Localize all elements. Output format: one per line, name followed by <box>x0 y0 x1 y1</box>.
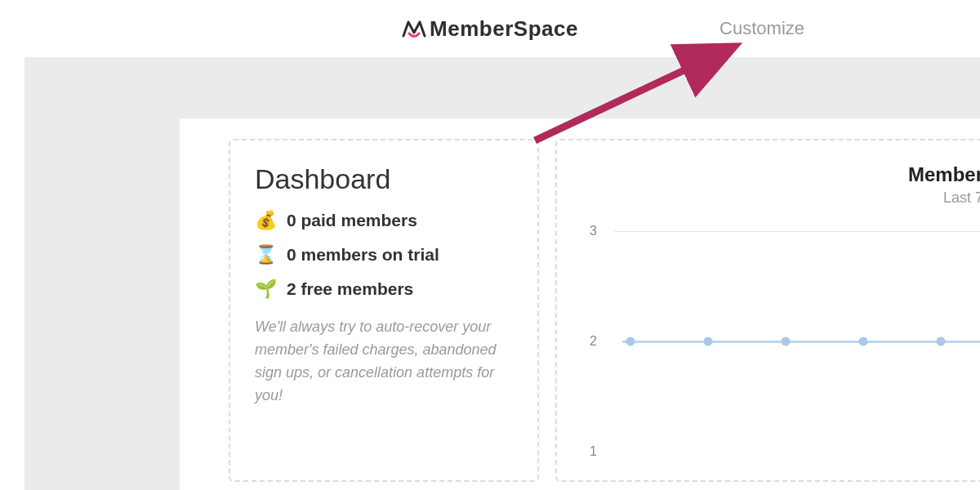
topbar: MemberSpace Customize <box>0 0 980 57</box>
page-background: Dashboard 💰 0 paid members ⌛ 0 members o… <box>24 57 980 490</box>
content-surface: Dashboard 💰 0 paid members ⌛ 0 members o… <box>180 118 980 490</box>
stat-paid-text: 0 paid members <box>287 211 417 230</box>
y-tick-3: 3 <box>590 224 597 238</box>
chart-point <box>782 337 791 346</box>
dashboard-title: Dashboard <box>255 163 513 195</box>
chart-point <box>704 337 713 346</box>
panel-members-chart: Member Last 7 3 2 1 <box>555 139 980 482</box>
stat-trial-members: ⌛ 0 members on trial <box>255 244 513 265</box>
chart-subtitle: Last 7 <box>581 189 980 207</box>
panel-dashboard: Dashboard 💰 0 paid members ⌛ 0 members o… <box>229 139 539 482</box>
brand-mark-icon <box>402 18 426 39</box>
chart-point <box>859 337 868 346</box>
dashboard-helper-text: We'll always try to auto-recover your me… <box>255 316 513 408</box>
brand-logo: MemberSpace <box>402 16 578 42</box>
stat-paid-members: 💰 0 paid members <box>255 210 513 231</box>
nav-customize-link[interactable]: Customize <box>719 18 804 39</box>
seedling-icon: 🌱 <box>255 278 277 300</box>
chart-title: Member <box>581 163 980 186</box>
stat-free-members: 🌱 2 free members <box>255 278 513 300</box>
y-tick-2: 2 <box>590 334 597 349</box>
chart-point <box>937 337 946 346</box>
gridline <box>614 231 980 232</box>
hourglass-icon: ⌛ <box>255 244 277 265</box>
brand-name: MemberSpace <box>430 16 578 42</box>
chart-area: 3 2 1 <box>581 223 980 460</box>
stat-trial-text: 0 members on trial <box>287 245 439 265</box>
money-bag-icon: 💰 <box>255 210 277 231</box>
chart-line <box>622 341 980 343</box>
y-tick-1: 1 <box>590 444 597 459</box>
stat-free-text: 2 free members <box>287 279 413 299</box>
chart-point <box>626 337 635 346</box>
